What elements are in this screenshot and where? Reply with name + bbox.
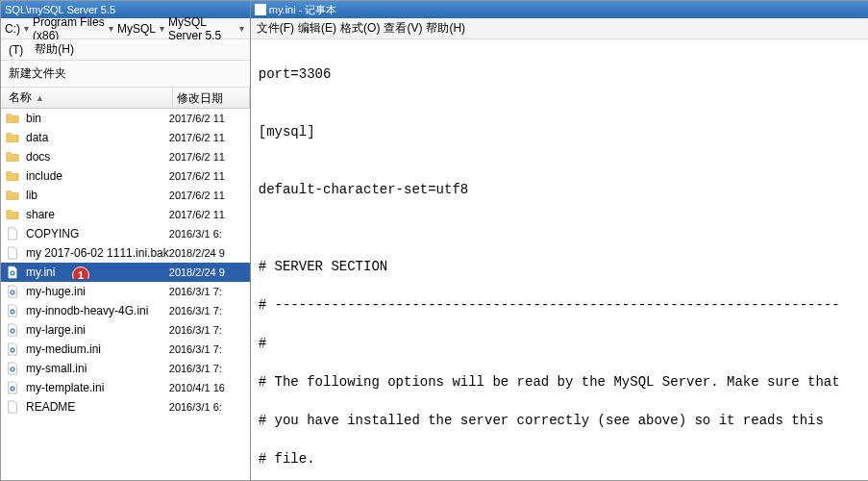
newfolder-bar: 新建文件夹 <box>1 61 250 88</box>
file-date: 2010/4/1 16 <box>169 382 246 393</box>
breadcrumb-seg-2[interactable]: MySQL <box>117 22 156 36</box>
svg-point-9 <box>12 349 13 351</box>
file-date: 2017/6/2 11 <box>169 209 246 220</box>
file-date: 2017/6/2 11 <box>169 113 246 124</box>
file-name: my 2017-06-02 1111.ini.bak <box>26 246 169 260</box>
file-date: 2017/6/2 11 <box>169 151 246 163</box>
file-date: 2018/2/24 9 <box>169 266 246 278</box>
file-name: share <box>26 208 169 221</box>
toolbar-help[interactable]: 帮助(H) <box>35 41 74 58</box>
ini-icon <box>5 284 20 299</box>
file-date: 2016/3/1 7: <box>169 343 246 355</box>
ini-icon <box>5 265 20 280</box>
file-date: 2016/3/1 6: <box>169 401 246 413</box>
folder-icon <box>5 168 20 184</box>
chevron-right-icon: ▾ <box>160 23 164 34</box>
file-row[interactable]: my 2017-06-02 1111.ini.bak2018/2/24 9 <box>1 243 250 263</box>
file-date: 2016/3/1 6: <box>169 228 246 240</box>
chevron-right-icon: ▾ <box>239 23 244 34</box>
file-name: my-innodb-heavy-4G.ini <box>26 304 169 317</box>
chevron-right-icon: ▾ <box>109 23 113 34</box>
file-name: docs <box>26 150 169 164</box>
file-row[interactable]: my-small.ini2016/3/1 7: <box>1 359 250 378</box>
file-row[interactable]: share2017/6/2 11 <box>1 205 250 224</box>
badge-1: 1 <box>72 266 89 279</box>
file-row[interactable]: my-innodb-heavy-4G.ini2016/3/1 7: <box>1 301 250 320</box>
chevron-right-icon: ▾ <box>24 23 29 34</box>
notepad-pane: my.ini - 记事本 文件(F) 编辑(E) 格式(O) 查看(V) 帮助(… <box>251 1 868 480</box>
ini-icon <box>5 303 20 318</box>
editor-area[interactable]: port=3306 [mysql] default-character-set=… <box>251 39 868 480</box>
breadcrumb-seg-3[interactable]: MySQL Server 5.5 <box>168 15 236 42</box>
notepad-title: my.ini - 记事本 <box>251 1 868 18</box>
svg-point-5 <box>12 311 13 313</box>
file-row[interactable]: my-huge.ini2016/3/1 7: <box>1 282 250 301</box>
ini-icon <box>5 380 20 395</box>
list-header: 名称▲ 修改日期 <box>1 88 250 109</box>
file-icon <box>5 226 20 241</box>
file-name: my-small.ini <box>26 362 169 375</box>
menu-edit[interactable]: 编辑(E) <box>298 20 336 37</box>
folder-icon <box>5 130 20 145</box>
file-name: my-large.ini <box>26 323 169 337</box>
file-name: bin <box>26 112 169 125</box>
svg-point-13 <box>12 388 13 390</box>
ini-icon <box>5 342 20 357</box>
explorer-pane: SQL\mySQL Server 5.5 C:)▾ Program Files … <box>1 1 251 480</box>
file-row[interactable]: COPYING2016/3/1 6: <box>1 224 250 243</box>
svg-point-3 <box>12 291 13 293</box>
explorer-toolbar: (T) 帮助(H) <box>1 39 250 61</box>
file-date: 2016/3/1 7: <box>169 324 246 336</box>
file-list[interactable]: bin2017/6/2 11data2017/6/2 11docs2017/6/… <box>1 109 250 480</box>
file-row[interactable]: docs2017/6/2 11 <box>1 147 250 166</box>
file-row[interactable]: README2016/3/1 6: <box>1 397 250 417</box>
file-date: 2016/3/1 7: <box>169 363 246 374</box>
file-icon <box>5 245 20 261</box>
file-name: data <box>26 131 169 144</box>
file-name: COPYING <box>26 227 169 240</box>
toolbar-t[interactable]: (T) <box>9 43 23 57</box>
file-row[interactable]: include2017/6/2 11 <box>1 166 250 186</box>
file-row[interactable]: my.ini12018/2/24 9 <box>1 263 250 282</box>
folder-icon <box>5 149 20 165</box>
file-name: my-huge.ini <box>26 285 169 298</box>
file-row[interactable]: my-medium.ini2016/3/1 7: <box>1 340 250 359</box>
file-name: README <box>26 400 169 414</box>
file-date: 2016/3/1 7: <box>169 286 246 297</box>
svg-point-7 <box>12 330 13 332</box>
folder-icon <box>5 111 20 126</box>
menu-format[interactable]: 格式(O) <box>340 20 380 37</box>
ini-icon <box>5 322 20 338</box>
breadcrumb-seg-0[interactable]: C:) <box>5 22 20 36</box>
file-date: 2017/6/2 11 <box>169 190 246 201</box>
menu-help[interactable]: 帮助(H) <box>426 20 465 37</box>
file-name: lib <box>26 189 169 202</box>
breadcrumb-seg-1[interactable]: Program Files (x86) <box>33 15 105 42</box>
new-folder-button[interactable]: 新建文件夹 <box>9 65 66 82</box>
file-row[interactable]: lib2017/6/2 11 <box>1 186 250 205</box>
file-name: my-template.ini <box>26 381 169 394</box>
file-icon <box>5 399 20 415</box>
notepad-menu: 文件(F) 编辑(E) 格式(O) 查看(V) 帮助(H) <box>251 18 868 39</box>
breadcrumb[interactable]: C:)▾ Program Files (x86)▾ MySQL▾ MySQL S… <box>1 18 250 39</box>
file-date: 2017/6/2 11 <box>169 170 246 182</box>
file-date: 2016/3/1 7: <box>169 305 246 316</box>
file-date: 2018/2/24 9 <box>169 247 246 259</box>
col-header-name[interactable]: 名称▲ <box>1 88 173 108</box>
notepad-icon <box>255 4 266 15</box>
file-row[interactable]: data2017/6/2 11 <box>1 128 250 147</box>
svg-point-1 <box>12 272 13 274</box>
svg-point-11 <box>12 368 13 370</box>
file-name: include <box>26 169 169 183</box>
col-header-date[interactable]: 修改日期 <box>173 88 250 108</box>
file-row[interactable]: bin2017/6/2 11 <box>1 109 250 128</box>
file-name: my-medium.ini <box>26 342 169 356</box>
file-row[interactable]: my-template.ini2010/4/1 16 <box>1 378 250 397</box>
sort-asc-icon: ▲ <box>36 93 44 103</box>
ini-icon <box>5 361 20 376</box>
file-name: my.ini1 <box>26 266 169 279</box>
menu-view[interactable]: 查看(V) <box>384 20 422 37</box>
file-row[interactable]: my-large.ini2016/3/1 7: <box>1 320 250 340</box>
menu-file[interactable]: 文件(F) <box>257 20 294 37</box>
folder-icon <box>5 207 20 222</box>
